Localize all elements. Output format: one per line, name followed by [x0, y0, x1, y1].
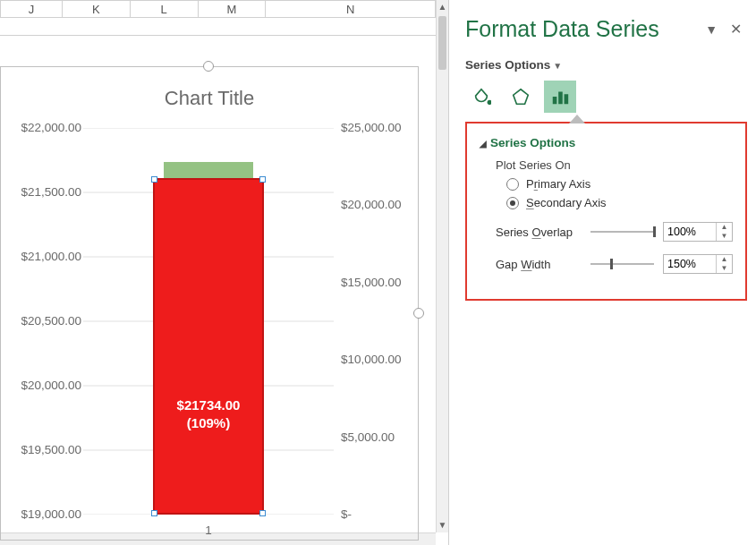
spin-down-icon[interactable]: ▼	[717, 232, 732, 241]
x-axis-category[interactable]: 1	[83, 524, 334, 537]
primary-y-axis[interactable]: $22,000.00 $21,500.00 $21,000.00 $20,500…	[6, 121, 81, 522]
chart-object[interactable]: Chart Title $22,000.00 $21,500.00 $21,00…	[0, 66, 419, 541]
spin-up-icon[interactable]: ▲	[717, 255, 732, 264]
series-options-header[interactable]: ◢Series Options	[480, 136, 733, 149]
y-left-tick: $21,500.00	[21, 185, 81, 199]
series-overlap-row: Series Overlap ▲▼	[496, 222, 733, 242]
scroll-thumb[interactable]	[438, 16, 446, 70]
chart-title[interactable]: Chart Title	[1, 87, 418, 110]
gap-width-label: Gap Width	[496, 258, 582, 271]
y-left-tick: $21,000.00	[21, 250, 81, 263]
svg-marker-7	[514, 89, 529, 105]
gap-width-row: Gap Width ▲▼	[496, 254, 733, 274]
bar-series-red-selected[interactable]	[153, 178, 264, 515]
close-icon[interactable]: ✕	[725, 21, 747, 38]
pane-title: Format Data Series	[465, 16, 698, 42]
y-left-tick: $20,500.00	[21, 314, 81, 328]
y-left-tick: $19,500.00	[21, 443, 81, 456]
pane-subtitle-dropdown[interactable]: Series Options▼	[465, 58, 747, 72]
data-label[interactable]: $21734.00 (109%)	[153, 396, 264, 432]
y-left-tick: $19,000.00	[21, 507, 81, 521]
col-header-m[interactable]: M	[199, 0, 267, 18]
spin-down-icon[interactable]: ▼	[717, 264, 732, 273]
radio-icon	[506, 178, 519, 191]
col-header-n[interactable]: N	[266, 0, 436, 18]
gap-width-input[interactable]: ▲▼	[663, 254, 733, 274]
pane-subtitle-text: Series Options	[465, 58, 550, 72]
y-right-tick: $10,000.00	[341, 353, 402, 366]
spin-up-icon[interactable]: ▲	[717, 223, 732, 232]
gap-width-slider[interactable]	[590, 257, 654, 271]
pane-menu-icon[interactable]: ▼	[698, 22, 725, 37]
y-right-tick: $15,000.00	[341, 276, 402, 289]
plot-area[interactable]: $21734.00 (109%)	[83, 128, 334, 515]
y-left-tick: $20,000.00	[21, 379, 81, 392]
series-handle[interactable]	[151, 176, 157, 183]
svg-rect-9	[558, 92, 563, 105]
primary-axis-label: Primary Axis	[526, 177, 590, 191]
data-label-value: $21734.00	[177, 397, 241, 413]
y-right-tick: $5,000.00	[341, 430, 395, 444]
series-handle[interactable]	[259, 176, 266, 183]
secondary-axis-label: Secondary Axis	[526, 196, 607, 209]
secondary-axis-radio[interactable]: Secondary Axis	[506, 196, 733, 209]
fill-line-icon[interactable]	[465, 81, 497, 113]
effects-icon[interactable]	[505, 81, 537, 113]
series-overlap-field[interactable]	[664, 223, 716, 241]
series-overlap-slider[interactable]	[590, 225, 654, 239]
chart-resize-handle-top[interactable]	[203, 61, 214, 72]
y-left-tick: $22,000.00	[21, 121, 81, 134]
y-right-tick: $-	[341, 507, 352, 521]
col-header-k[interactable]: K	[63, 0, 131, 18]
y-right-tick: $20,000.00	[341, 198, 402, 211]
column-headers: J K L M N	[0, 0, 436, 18]
section-title: Series Options	[490, 136, 575, 149]
series-overlap-label: Series Overlap	[496, 226, 582, 239]
series-handle[interactable]	[259, 510, 266, 516]
svg-rect-8	[553, 97, 557, 104]
scroll-up-icon[interactable]: ▲	[437, 0, 448, 14]
primary-axis-radio[interactable]: Primary Axis	[506, 177, 733, 191]
series-options-section: ◢Series Options Plot Series On Primary A…	[465, 122, 747, 301]
y-right-tick: $25,000.00	[341, 121, 402, 134]
vertical-scrollbar[interactable]: ▲ ▼	[436, 0, 448, 532]
series-handle[interactable]	[151, 510, 157, 516]
series-options-icon[interactable]	[544, 81, 576, 113]
worksheet-area[interactable]: J K L M N ▲ ▼ Chart Title $22,000.00 $21…	[0, 0, 449, 545]
plot-series-on-label: Plot Series On	[496, 158, 733, 172]
gap-width-field[interactable]	[664, 255, 716, 273]
format-data-series-pane: Format Data Series ▼ ✕ Series Options▼ ◢…	[449, 0, 756, 545]
radio-icon	[506, 197, 519, 209]
pane-tab-icons	[465, 81, 747, 113]
col-header-l[interactable]: L	[131, 0, 199, 18]
series-overlap-input[interactable]: ▲▼	[663, 222, 733, 242]
col-header-j[interactable]: J	[0, 0, 63, 18]
scroll-down-icon[interactable]: ▼	[437, 518, 448, 532]
svg-rect-10	[565, 94, 569, 104]
secondary-y-axis[interactable]: $25,000.00 $20,000.00 $15,000.00 $10,000…	[341, 121, 421, 522]
data-label-pct: (109%)	[187, 415, 230, 430]
empty-row[interactable]	[0, 18, 436, 36]
